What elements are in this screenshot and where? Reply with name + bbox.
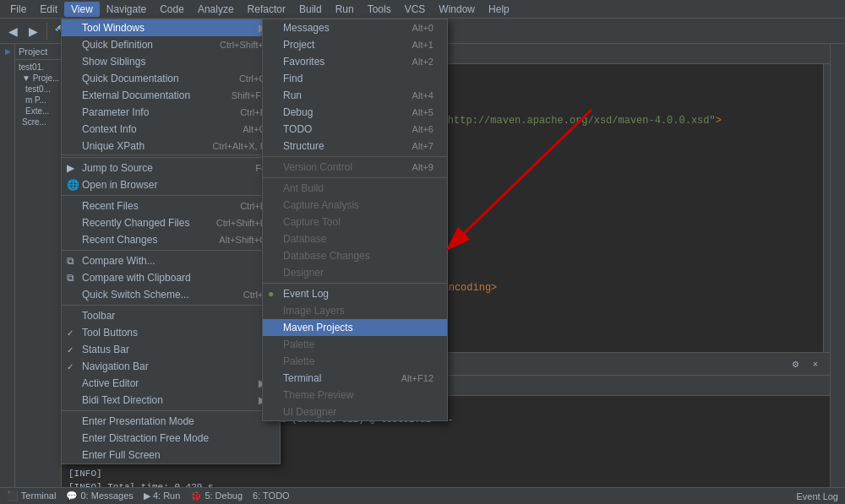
tree-item-1[interactable]: test01.: [17, 62, 59, 73]
clipboard-icon: ⧉: [67, 272, 74, 284]
sub-messages[interactable]: Messages Alt+0: [263, 19, 447, 36]
toolbar-forward-btn[interactable]: ▶: [24, 22, 42, 41]
tree-item-3[interactable]: test0...: [17, 84, 59, 95]
project-panel: Project test01. ▼ Proje... test0... m P.…: [15, 44, 62, 487]
sub-favorites[interactable]: Favorites Alt+2: [263, 53, 447, 70]
shortcut-label: Alt+9: [412, 162, 433, 172]
menu-entry-tool-windows[interactable]: Tool Windows ▶: [62, 19, 280, 36]
status-terminal[interactable]: ⬛ Terminal: [7, 490, 56, 501]
menu-label: Enter Presentation Mode: [82, 415, 194, 427]
menu-label: Enter Full Screen: [82, 449, 161, 461]
tool-windows-submenu[interactable]: Messages Alt+0 Project Alt+1 Favorites A…: [262, 19, 448, 421]
menu-sep: [62, 305, 280, 306]
menu-label: Enter Distraction Free Mode: [82, 432, 209, 444]
menu-label: Find: [283, 73, 303, 84]
tree-item-6[interactable]: Scre...: [17, 117, 59, 127]
menu-build[interactable]: Build: [292, 2, 329, 17]
menu-vcs[interactable]: VCS: [398, 2, 433, 17]
menu-refactor[interactable]: Refactor: [241, 2, 292, 17]
menu-window[interactable]: Window: [432, 2, 482, 17]
status-bar: ⬛ Terminal 💬 0: Messages ▶ 4: Run 🐞 5: D…: [0, 487, 845, 504]
menu-entry-context-info[interactable]: Context Info Alt+Q: [62, 121, 280, 138]
menu-entry-compare-clipboard[interactable]: ⧉ Compare with Clipboard: [62, 269, 280, 286]
menu-help[interactable]: Help: [482, 2, 516, 17]
run-close-btn[interactable]: ×: [806, 355, 825, 373]
menu-entry-open-browser[interactable]: 🌐 Open in Browser: [62, 176, 280, 193]
menu-label: Favorites: [283, 56, 324, 68]
shortcut-label: Ctrl+Shift+E: [216, 218, 266, 228]
menu-navigate[interactable]: Navigate: [100, 2, 153, 17]
menu-run[interactable]: Run: [329, 2, 361, 17]
sidebar-icon-1[interactable]: ▶: [3, 47, 12, 56]
sub-event-log[interactable]: ● Event Log: [263, 285, 447, 302]
editor-scroll-indicator[interactable]: [823, 64, 830, 352]
menu-label: Capture Tool: [283, 216, 341, 228]
menu-entry-recent-changes[interactable]: Recent Changes Alt+Shift+C: [62, 231, 280, 248]
menu-entry-param-info[interactable]: Parameter Info Ctrl+P: [62, 104, 280, 121]
menu-label: Recent Files: [82, 200, 139, 212]
sub-designer: Designer: [263, 264, 447, 281]
menu-entry-jump-source[interactable]: ▶ Jump to Source F4: [62, 160, 280, 176]
sub-database: Database: [263, 230, 447, 247]
menu-entry-bidi[interactable]: Bidi Text Direction ▶: [62, 392, 280, 409]
menu-entry-ext-doc[interactable]: External Documentation Shift+F1: [62, 87, 280, 104]
menu-entry-quick-doc[interactable]: Quick Documentation Ctrl+Q: [62, 70, 280, 87]
menu-entry-quick-switch[interactable]: Quick Switch Scheme... Ctrl+`: [62, 286, 280, 303]
right-sidebar: [830, 44, 845, 487]
menu-entry-full-screen[interactable]: Enter Full Screen: [62, 447, 280, 463]
menu-entry-recently-changed[interactable]: Recently Changed Files Ctrl+Shift+E: [62, 214, 280, 231]
sub-maven-projects[interactable]: Maven Projects: [263, 319, 447, 336]
menu-sep: [62, 410, 280, 411]
sub-find[interactable]: Find: [263, 70, 447, 87]
menu-label: TODO: [283, 123, 312, 135]
shortcut-label: Alt+0: [412, 23, 433, 33]
tree-item-4[interactable]: m P...: [17, 95, 59, 106]
tree-item-5[interactable]: Exte...: [17, 106, 59, 117]
status-debug[interactable]: 🐞 5: Debug: [190, 490, 243, 501]
menu-entry-tool-buttons[interactable]: ✓ Tool Buttons: [62, 324, 280, 341]
menu-entry-presentation-mode[interactable]: Enter Presentation Mode: [62, 413, 280, 430]
menu-label: Debug: [283, 106, 313, 118]
tree-item-2[interactable]: ▼ Proje...: [17, 73, 59, 84]
status-run[interactable]: ▶ 4: Run: [144, 490, 180, 501]
menu-entry-toolbar[interactable]: Toolbar: [62, 307, 280, 324]
sub-project[interactable]: Project Alt+1: [263, 36, 447, 53]
toolbar-back-btn[interactable]: ◀: [3, 22, 22, 41]
menu-label: Quick Definition: [82, 39, 153, 51]
menu-entry-compare-with[interactable]: ⧉ Compare With...: [62, 252, 280, 269]
status-messages[interactable]: 💬 0: Messages: [66, 490, 133, 501]
menu-entry-status-bar[interactable]: ✓ Status Bar: [62, 341, 280, 358]
sub-structure[interactable]: Structure Alt+7: [263, 138, 447, 154]
run-stop-btn[interactable]: ⚙: [786, 355, 804, 373]
menu-entry-active-editor[interactable]: Active Editor ▶: [62, 375, 280, 392]
menu-entry-navigation-bar[interactable]: ✓ Navigation Bar: [62, 358, 280, 375]
run-panel-controls: ⚙ ×: [786, 355, 825, 373]
menu-tools[interactable]: Tools: [361, 2, 398, 17]
menu-label: Project: [283, 39, 314, 51]
menu-label: Database: [283, 233, 326, 245]
menu-entry-unique-xpath[interactable]: Unique XPath Ctrl+Alt+X, P: [62, 138, 280, 154]
menu-label: Designer: [283, 267, 324, 279]
sub-ui-designer: UI Designer: [263, 404, 447, 420]
menu-label: Active Editor: [82, 377, 139, 389]
sub-terminal[interactable]: Terminal Alt+F12: [263, 370, 447, 387]
menu-file[interactable]: File: [3, 2, 33, 17]
menu-entry-distraction-free[interactable]: Enter Distraction Free Mode: [62, 430, 280, 447]
view-menu-dropdown[interactable]: Tool Windows ▶ Quick Definition Ctrl+Shi…: [61, 19, 281, 464]
status-event-log[interactable]: Event Log: [796, 491, 838, 501]
menu-analyze[interactable]: Analyze: [191, 2, 241, 17]
sub-debug[interactable]: Debug Alt+5: [263, 104, 447, 121]
shortcut-label: Alt+4: [412, 90, 433, 100]
menu-entry-quick-def[interactable]: Quick Definition Ctrl+Shift+I: [62, 36, 280, 53]
menu-code[interactable]: Code: [153, 2, 191, 17]
menu-label: Bidi Text Direction: [82, 394, 163, 406]
shortcut-label: Ctrl+Alt+X, P: [212, 141, 266, 151]
menu-entry-show-siblings[interactable]: Show Siblings: [62, 53, 280, 70]
menu-edit[interactable]: Edit: [33, 2, 64, 17]
status-todo[interactable]: 6: TODO: [253, 490, 290, 501]
sub-todo[interactable]: TODO Alt+6: [263, 121, 447, 138]
menu-entry-recent-files[interactable]: Recent Files Ctrl+E: [62, 198, 280, 214]
menu-view[interactable]: View: [64, 2, 100, 17]
menu-label: Compare with Clipboard: [82, 272, 191, 284]
sub-run[interactable]: Run Alt+4: [263, 87, 447, 104]
